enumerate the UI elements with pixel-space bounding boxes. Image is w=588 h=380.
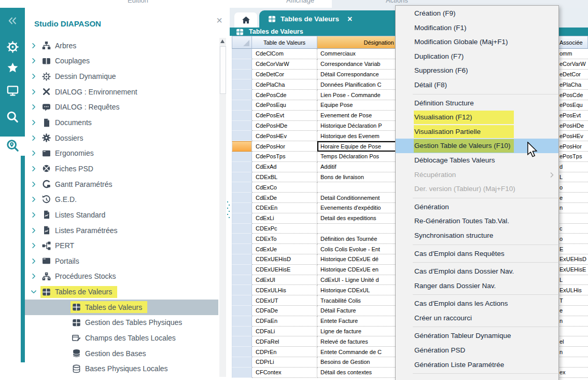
row-selector-cell[interactable] (232, 152, 252, 162)
rail-gear-wheel-button[interactable] (0, 40, 25, 53)
cell-table-name[interactable]: CdePlaCha (252, 79, 317, 90)
top-menu-3[interactable]: Actions (386, 0, 408, 4)
top-menu-2[interactable]: Affichage (286, 0, 314, 4)
menu-item-synchronisation-structure[interactable]: Synchronisation structure (396, 228, 558, 243)
cell-table-name[interactable]: CDPrLi (252, 357, 317, 368)
cell-table-name[interactable]: CDFaRel (252, 336, 317, 347)
grid-corner-cell[interactable] (232, 36, 252, 49)
cell-table-name[interactable]: CDPrEn (252, 347, 317, 357)
tree-item-tables-de-valeurs[interactable]: Tables de Valeurs (25, 300, 218, 315)
menu-item-cr-er-un-raccourci[interactable]: Créer un raccourci (396, 311, 558, 325)
tree-item-dialog-environnement[interactable]: DIALOG : Environnement (25, 84, 218, 100)
row-selector-cell[interactable] (232, 121, 252, 131)
row-selector-cell[interactable] (232, 336, 252, 347)
row-selector-cell[interactable] (232, 131, 252, 141)
tree-item-portails[interactable]: Portails (25, 253, 218, 269)
cell-table-name[interactable]: CdePosEqu (252, 100, 317, 111)
tree-item-proc-dures-stocks[interactable]: Procédures Stocks (25, 269, 218, 284)
cell-table-name[interactable]: CFContex (252, 368, 317, 378)
menu-item-r-cup-ration[interactable]: Récupération (396, 168, 558, 182)
menu-item-ranger-dans-dossier-nav-[interactable]: Ranger dans Dossier Nav. (396, 279, 558, 293)
row-selector-cell[interactable] (232, 327, 252, 337)
row-selector-cell[interactable] (232, 59, 252, 70)
row-selector-cell[interactable] (232, 275, 252, 286)
menu-item-duplication-f7-[interactable]: Duplication (F7) (396, 49, 558, 64)
cell-table-name[interactable]: CDExUEHisE (252, 265, 317, 275)
row-selector-cell[interactable] (232, 357, 252, 368)
cell-table-name[interactable]: CDExUEHisD (252, 254, 317, 265)
row-selector-cell[interactable] (232, 70, 252, 80)
row-selector-cell[interactable] (232, 224, 252, 234)
cell-table-name[interactable]: CdeDetCor (252, 70, 317, 80)
row-selector-cell[interactable] (232, 234, 252, 244)
cell-table-name[interactable]: CdePosEvt (252, 111, 317, 121)
tree-item-documents[interactable]: Documents (25, 115, 218, 130)
rail-monitor-button[interactable] (0, 84, 25, 97)
menu-item-modification-f1-[interactable]: Modification (F1) (396, 21, 558, 35)
row-selector-cell[interactable] (232, 141, 252, 152)
cell-table-name[interactable]: CDFaLi (252, 327, 317, 337)
menu-item-d-finition-structure[interactable]: Définition Structure (396, 96, 558, 111)
menu-item-visualisation-f12-[interactable]: Visualisation (F12) (396, 110, 558, 125)
row-selector-cell[interactable] (232, 265, 252, 275)
cell-table-name[interactable]: CdePosHEv (252, 131, 317, 141)
scrollbar-thumb[interactable] (220, 46, 226, 94)
tree-item-couplages[interactable]: Couplages (25, 53, 218, 69)
cell-table-name[interactable]: CdePosHDe (252, 121, 317, 131)
tree-item-dessin-dynamique[interactable]: Dessin Dynamique (25, 69, 218, 84)
cell-table-name[interactable]: CdExDe (252, 193, 317, 203)
menu-item-der-version-tableur-maj-f10-[interactable]: Der. version (Tableur) (Maj+F10) (396, 182, 558, 196)
row-selector-cell[interactable] (232, 254, 252, 265)
menu-item-visualisation-partielle[interactable]: Visualisation Partielle (396, 125, 558, 139)
cell-table-name[interactable]: CDExPc (252, 224, 317, 234)
tree-item-champs-des-tables-locales[interactable]: Champs des Tables Locales (25, 330, 218, 346)
cell-table-name[interactable]: CdePosTps (252, 152, 317, 162)
cell-table-name[interactable]: CdePosCde (252, 90, 317, 100)
tree-item-tables-de-valeurs[interactable]: Tables de Valeurs (25, 284, 218, 300)
cell-table-name[interactable]: CdExLi (252, 213, 317, 224)
row-selector-cell[interactable] (232, 182, 252, 193)
rail-search-pin-button[interactable] (0, 139, 25, 153)
tab-tables-de-valeurs[interactable]: Tables de Valeurs × (259, 10, 410, 28)
row-selector-cell[interactable] (232, 244, 252, 254)
menu-item-suppression-f6-[interactable]: Suppression (F6) (396, 63, 558, 78)
scroll-up-icon[interactable] (220, 39, 225, 43)
tree-item-dossiers[interactable]: Dossiers (25, 130, 218, 146)
cell-table-name[interactable]: CDExBL (252, 172, 317, 183)
cell-table-name[interactable]: CDFaDe (252, 306, 317, 316)
menu-item-g-n-ration-tableur-dynamique[interactable]: Génération Tableur Dynamique (396, 329, 558, 343)
cell-table-name[interactable]: CdeCorVarW (252, 59, 317, 70)
row-selector-cell[interactable] (232, 347, 252, 357)
tree-item-dialog-requ-tes[interactable]: DIALOG : Requêtes (25, 100, 218, 115)
row-selector-cell[interactable] (232, 172, 252, 183)
row-selector-cell[interactable] (232, 203, 252, 213)
tree-item-listes-standard[interactable]: Listes Standard (25, 207, 218, 223)
rail-search-button[interactable] (0, 110, 25, 124)
menu-item-cas-d-emploi-dans-requ-tes[interactable]: Cas d'Emploi dans Requêtes (396, 247, 558, 261)
tree-item-listes-param-tr-es[interactable]: Listes Paramétrées (25, 223, 218, 238)
rail-chevrons-left-button[interactable] (0, 15, 25, 27)
row-selector-cell[interactable] (232, 316, 252, 327)
cell-table-name[interactable]: CDExTo (252, 234, 317, 244)
row-selector-cell[interactable] (232, 100, 252, 111)
tree-item-ergonomies[interactable]: Ergonomies (25, 145, 218, 161)
cell-table-name[interactable]: CdExUe (252, 244, 317, 254)
menu-item-g-n-ration-liste-param-tr-e[interactable]: Génération Liste Paramétrée (396, 358, 558, 372)
row-selector-cell[interactable] (232, 111, 252, 121)
cell-table-name[interactable]: CdExCo (252, 182, 317, 193)
cell-table-name[interactable]: CDFaEn (252, 316, 317, 327)
tree-item-pert[interactable]: PERT (25, 238, 218, 253)
menu-item-modification-globale-maj-f1-[interactable]: Modification Globale (Maj+F1) (396, 35, 558, 49)
menu-item-cas-d-emploi-dans-les-actions[interactable]: Cas d'Emploi dans les Actions (396, 296, 558, 311)
grid-header-table-de-valeurs[interactable]: Table de Valeurs (252, 36, 317, 49)
row-selector-cell[interactable] (232, 285, 252, 295)
tree-item-fiches-psd[interactable]: Fiches PSD (25, 161, 218, 177)
row-selector-cell[interactable] (232, 193, 252, 203)
tree-item-gestion-des-bases[interactable]: Gestion des Bases (25, 346, 218, 361)
row-selector-cell[interactable] (232, 295, 252, 306)
tree-item-bases-physiques-locales[interactable]: Bases Physiques Locales (25, 361, 218, 376)
cell-table-name[interactable]: CdeClCom (252, 49, 317, 59)
cell-table-name[interactable]: CDExEn (252, 203, 317, 213)
row-selector-cell[interactable] (232, 213, 252, 224)
tree-item-gestion-des-tables-physiques[interactable]: Gestion des Tables Physiques (25, 315, 218, 331)
